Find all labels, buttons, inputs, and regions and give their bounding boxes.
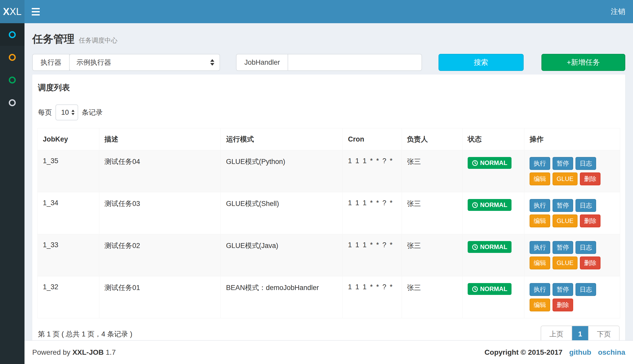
ops-cell: 执行暂停日志编辑GLUE删除 (524, 150, 620, 192)
log-button[interactable]: 日志 (575, 157, 596, 170)
search-button[interactable]: 搜索 (439, 54, 524, 71)
oschina-link[interactable]: oschina (598, 348, 625, 357)
cron-value: 1 1 1 * * ? * (348, 199, 393, 207)
action-buttons: 执行暂停日志编辑GLUE删除 (530, 199, 615, 227)
status-cell: NORMAL (462, 234, 524, 276)
status-cell: NORMAL (462, 150, 524, 192)
circle-icon (9, 99, 16, 106)
edit-button[interactable]: 编辑 (530, 299, 550, 311)
page-size-select[interactable]: 10 (55, 104, 78, 120)
jobhandler-input[interactable] (288, 54, 422, 71)
log-button[interactable]: 日志 (575, 199, 596, 212)
copyright-text: Copyright © 2015-2017 (484, 348, 562, 357)
cron-value: 1 1 1 * * ? * (348, 283, 393, 291)
sidebar-toggle-button[interactable] (25, 0, 47, 23)
table-body: 1_35测试任务04GLUE模式(Python)1 1 1 * * ? *张三N… (38, 150, 620, 318)
mode-cell: GLUE模式(Java) (221, 234, 343, 276)
page-size-value: 10 (61, 109, 69, 117)
pause-button[interactable]: 暂停 (553, 157, 573, 170)
status-badge: NORMAL (468, 157, 511, 169)
pause-button[interactable]: 暂停 (553, 283, 573, 296)
app-logo[interactable]: XXL (0, 0, 25, 23)
cron-cell: 1 1 1 * * ? * (343, 234, 402, 276)
github-link[interactable]: github (569, 348, 591, 357)
column-header-4: Cron (343, 128, 402, 150)
status-cell: NORMAL (462, 276, 524, 318)
logo-rest: XL (10, 6, 21, 17)
powered-by-text: Powered by XXL-JOB 1.7 (32, 348, 116, 357)
edit-button[interactable]: 编辑 (530, 214, 550, 227)
glue-button[interactable]: GLUE (553, 214, 578, 227)
run-button[interactable]: 执行 (530, 283, 550, 296)
powered-prefix: Powered by (32, 348, 70, 356)
owner-cell: 张三 (402, 234, 462, 276)
pause-button[interactable]: 暂停 (553, 241, 573, 254)
clock-icon (472, 202, 478, 208)
table-row: 1_33测试任务02GLUE模式(Java)1 1 1 * * ? *张三NOR… (38, 234, 620, 276)
sidebar-item-3[interactable] (0, 69, 25, 91)
delete-button[interactable]: 删除 (580, 214, 600, 227)
delete-button[interactable]: 删除 (580, 172, 600, 185)
column-header-2: 描述 (99, 128, 221, 150)
table-row: 1_34测试任务03GLUE模式(Shell)1 1 1 * * ? *张三NO… (38, 192, 620, 234)
navbar-spacer (47, 0, 603, 23)
add-job-button[interactable]: +新增任务 (541, 54, 625, 71)
select-caret-icon (210, 59, 214, 66)
desc-cell: 测试任务02 (99, 234, 221, 276)
cron-value: 1 1 1 * * ? * (348, 157, 393, 165)
glue-button[interactable]: GLUE (553, 257, 578, 269)
clock-icon (472, 244, 478, 250)
executor-filter-group: 执行器 示例执行器 (32, 54, 220, 71)
logout-button[interactable]: 注销 (603, 0, 633, 23)
main-content: 任务管理 任务调度中心 执行器 示例执行器 JobHandler 搜索 +新增任… (25, 23, 633, 340)
cron-cell: 1 1 1 * * ? * (343, 192, 402, 234)
next-page-button[interactable]: 下页 (588, 326, 619, 342)
page-size-prefix: 每页 (38, 108, 52, 117)
action-buttons: 执行暂停日志编辑删除 (530, 283, 615, 311)
jobhandler-filter-group: JobHandler (236, 54, 422, 71)
sidebar-item-4[interactable] (0, 91, 25, 114)
glue-button[interactable]: GLUE (553, 172, 578, 185)
current-page-button[interactable]: 1 (572, 326, 588, 342)
desc-cell: 测试任务01 (99, 276, 221, 318)
filter-toolbar: 执行器 示例执行器 JobHandler 搜索 +新增任务 (32, 54, 625, 71)
pause-button[interactable]: 暂停 (553, 199, 573, 212)
column-header-3: 运行模式 (221, 128, 343, 150)
owner-cell: 张三 (402, 192, 462, 234)
run-button[interactable]: 执行 (530, 241, 550, 254)
run-button[interactable]: 执行 (530, 199, 550, 212)
owner-cell: 张三 (402, 150, 462, 192)
panel-title: 调度列表 (37, 80, 620, 93)
select-caret-icon (71, 110, 75, 115)
action-buttons: 执行暂停日志编辑GLUE删除 (530, 241, 615, 269)
action-buttons: 执行暂停日志编辑GLUE删除 (530, 157, 615, 185)
jobkey-cell: 1_34 (38, 192, 99, 234)
circle-icon (9, 77, 16, 84)
footer-right: Copyright © 2015-2017 githuboschina (484, 348, 625, 357)
footer-links: githuboschina (569, 348, 625, 357)
cron-value: 1 1 1 * * ? * (348, 241, 393, 249)
sidebar-item-2[interactable] (0, 46, 25, 69)
brand-version: 1.7 (106, 348, 116, 356)
executor-select[interactable]: 示例执行器 (69, 54, 220, 71)
schedule-list-panel: 调度列表 每页 10 条记录 JobKey描述运行模式Cron负责人状态操作 1… (32, 75, 625, 348)
mode-cell: GLUE模式(Python) (221, 150, 343, 192)
delete-button[interactable]: 删除 (553, 299, 573, 311)
sidebar-item-1[interactable] (0, 23, 25, 46)
page-title: 任务管理 (32, 33, 75, 45)
ops-cell: 执行暂停日志编辑GLUE删除 (524, 192, 620, 234)
edit-button[interactable]: 编辑 (530, 172, 550, 185)
sidebar-menu (0, 23, 25, 364)
delete-button[interactable]: 删除 (580, 257, 600, 269)
edit-button[interactable]: 编辑 (530, 257, 550, 269)
log-button[interactable]: 日志 (575, 283, 596, 296)
prev-page-button[interactable]: 上页 (541, 326, 572, 342)
status-text: NORMAL (480, 243, 507, 251)
circle-icon (9, 54, 16, 61)
log-button[interactable]: 日志 (575, 241, 596, 254)
page-size-suffix: 条记录 (82, 108, 103, 117)
jobkey-cell: 1_33 (38, 234, 99, 276)
circle-icon (9, 31, 16, 38)
run-button[interactable]: 执行 (530, 157, 550, 170)
logo-bold: X (3, 6, 10, 17)
